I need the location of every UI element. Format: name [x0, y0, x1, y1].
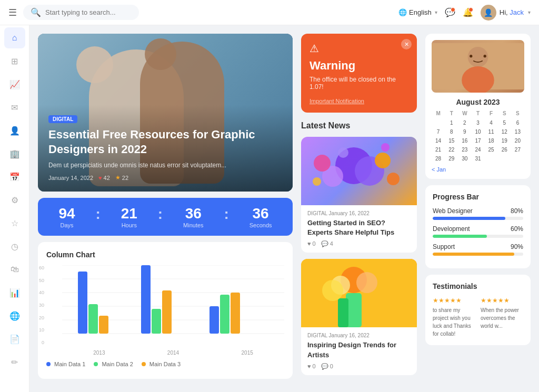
svg-point-23: [381, 143, 390, 152]
chart-card: Column Chart 60 50 40 30 20 10 0: [38, 242, 293, 379]
language-selector[interactable]: 🌐 English ▾: [398, 8, 437, 16]
calendar-nav: < Jan: [432, 166, 524, 173]
sidebar-item-globe[interactable]: 🌐: [4, 305, 25, 326]
cal-day-13[interactable]: 13: [511, 127, 524, 136]
cal-day-16[interactable]: 16: [458, 136, 471, 145]
sidebar-item-building[interactable]: 🏢: [4, 143, 25, 164]
latest-news-section: Latest News: [301, 121, 417, 375]
sidebar-item-grid[interactable]: ⊞: [4, 51, 25, 72]
search-bar[interactable]: 🔍: [23, 5, 139, 20]
search-icon: 🔍: [31, 7, 41, 17]
cal-day-21[interactable]: 21: [432, 145, 445, 154]
legend-item-1: Main Data 1: [46, 361, 85, 367]
cal-day-22[interactable]: 22: [445, 145, 458, 154]
sidebar-item-bag[interactable]: 🛍: [4, 259, 25, 280]
svg-rect-6: [78, 272, 87, 334]
testimonial-1: ★★★★★ to share my project wish you luck …: [433, 297, 475, 338]
cal-day-23[interactable]: 23: [458, 145, 471, 154]
countdown-days: 94 Days: [58, 205, 75, 228]
cal-day-26[interactable]: 26: [498, 145, 511, 154]
progress-card-title: Progress Bar: [433, 193, 523, 201]
news-card-2-likes: ♥ 0 💬 0: [307, 363, 411, 370]
warning-text: The office will be closed on the 1.07!: [310, 76, 408, 91]
svg-point-21: [338, 147, 348, 158]
warning-close-button[interactable]: ✕: [401, 39, 412, 49]
cal-day-24[interactable]: 24: [471, 145, 484, 154]
cal-day-2[interactable]: 2: [458, 118, 471, 127]
hero-card: DIGITAL Essential Free Resources for Gra…: [38, 34, 293, 192]
cal-day-25[interactable]: 25: [485, 145, 498, 154]
sidebar-item-calendar[interactable]: 📅: [4, 166, 25, 187]
sidebar-item-home[interactable]: ⌂: [4, 27, 25, 48]
countdown-sep-3: :: [224, 206, 228, 223]
heart-icon: ♥: [98, 175, 102, 181]
calendar-header: August 2023: [432, 98, 524, 106]
sidebar-item-settings[interactable]: ⚙: [4, 189, 25, 210]
right-column: August 2023 M T W T F S S 1 2 3 4 5: [425, 34, 531, 381]
progress-label-web: Web Designer: [433, 207, 473, 215]
cal-day-27[interactable]: 27: [511, 145, 524, 154]
sidebar-item-star[interactable]: ☆: [4, 213, 25, 234]
cal-day-29[interactable]: 29: [445, 154, 458, 163]
progress-fill-support: [433, 253, 514, 256]
user-menu[interactable]: 👤 Hi, Jack ▾: [481, 5, 531, 21]
cal-day-9[interactable]: 9: [458, 127, 471, 136]
menu-icon[interactable]: ☰: [8, 7, 17, 18]
greeting-text: Hi, Jack: [500, 8, 524, 16]
cal-day-20[interactable]: 20: [511, 136, 524, 145]
svg-rect-7: [88, 304, 98, 334]
cal-day-19[interactable]: 19: [498, 136, 511, 145]
cal-day-11[interactable]: 11: [485, 127, 498, 136]
calendar-top-image: [432, 40, 524, 93]
progress-fill-dev: [433, 235, 487, 238]
hero-comments: ★ 22: [115, 174, 128, 181]
svg-rect-10: [152, 309, 161, 334]
cal-day-17[interactable]: 17: [471, 136, 484, 145]
sidebar-item-user[interactable]: 👤: [4, 120, 25, 141]
cal-day-12[interactable]: 12: [498, 127, 511, 136]
cal-day-8[interactable]: 8: [445, 127, 458, 136]
cal-day-14[interactable]: 14: [432, 136, 445, 145]
news-card-1-body: DIGITAL January 16, 2022 Getting Started…: [301, 205, 417, 253]
search-input[interactable]: [45, 8, 132, 16]
cal-day-5[interactable]: 5: [498, 118, 511, 127]
sidebar-item-chart[interactable]: 📈: [4, 74, 25, 95]
news-card-1[interactable]: DIGITAL January 16, 2022 Getting Started…: [301, 137, 417, 253]
messages-icon[interactable]: 💬: [445, 7, 455, 17]
warning-link[interactable]: Important Notification: [310, 98, 408, 104]
cal-day-3[interactable]: 3: [471, 118, 484, 127]
cal-day-6[interactable]: 6: [511, 118, 524, 127]
news-card-2[interactable]: DIGITAL January 16, 2022 Inspiring Desig…: [301, 259, 417, 375]
testimonial-text-2: When the power overcomes the world w...: [481, 306, 523, 330]
sidebar-item-analytics[interactable]: 📊: [4, 282, 25, 303]
chevron-down-icon: ▾: [435, 9, 437, 15]
legend-item-2: Main Data 2: [94, 361, 133, 367]
cal-day-15[interactable]: 15: [445, 136, 458, 145]
cal-day-4[interactable]: 4: [485, 118, 498, 127]
sidebar-item-mail[interactable]: ✉: [4, 97, 25, 118]
hero-content: DIGITAL Essential Free Resources for Gra…: [38, 103, 293, 192]
cal-day-31[interactable]: 31: [471, 154, 484, 163]
cal-prev-button[interactable]: < Jan: [432, 166, 446, 173]
progress-item-dev: Development 60%: [433, 225, 523, 238]
stars-1: ★★★★★: [433, 297, 475, 304]
cal-day-7[interactable]: 7: [432, 127, 445, 136]
calendar-person-image: [432, 40, 524, 93]
user-chevron-icon: ▾: [528, 9, 531, 15]
hero-date: January 14, 2022: [48, 175, 93, 181]
notifications-icon[interactable]: 🔔: [463, 7, 473, 17]
sidebar-item-clock[interactable]: ◷: [4, 236, 25, 257]
cal-day-30[interactable]: 30: [458, 154, 471, 163]
sidebar-item-doc[interactable]: 📄: [4, 328, 25, 349]
avatar: 👤: [481, 5, 496, 21]
sidebar-item-edit[interactable]: ✏: [4, 351, 25, 373]
cal-day-18[interactable]: 18: [485, 136, 498, 145]
cal-day-1[interactable]: 1: [445, 118, 458, 127]
svg-point-34: [470, 55, 472, 57]
main-content: DIGITAL Essential Free Resources for Gra…: [29, 0, 539, 392]
cal-day-28[interactable]: 28: [432, 154, 445, 163]
cal-day-10[interactable]: 10: [471, 127, 484, 136]
testimonial-2: ★★★★★ When the power overcomes the world…: [481, 297, 523, 338]
calendar-day-headers: M T W T F S S: [432, 110, 524, 116]
middle-column: ✕ ⚠ Warning The office will be closed on…: [301, 34, 417, 381]
